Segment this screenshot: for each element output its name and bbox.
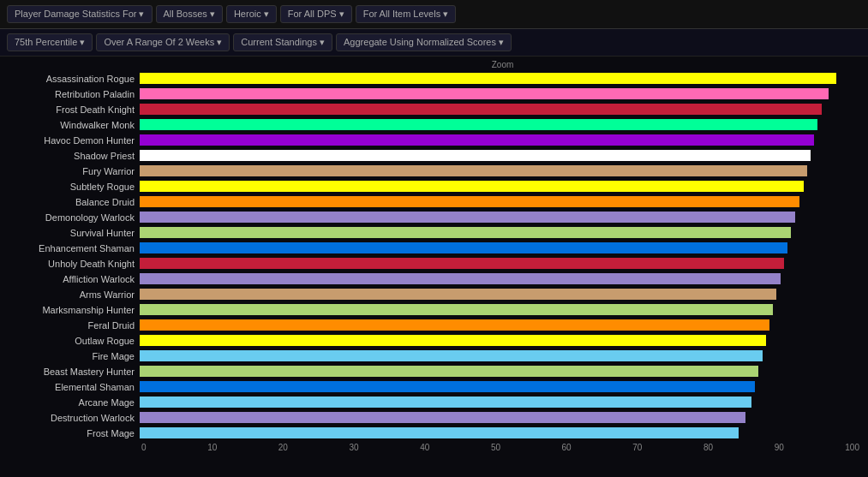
x-axis-tick: 30 [350,443,359,452]
bar-label: Arms Warrior [7,289,140,300]
bar-wrap [140,289,861,300]
bar-row: Subtlety Rogue [7,179,861,194]
bar-row: Survival Hunter [7,225,861,240]
bar-wrap [140,242,861,253]
bar [140,412,745,423]
player-damage-btn[interactable]: Player Damage Statistics For ▾ [7,5,153,23]
bar [140,181,804,192]
bar-wrap [140,335,861,346]
bar-wrap [140,397,861,408]
bar-label: Feral Druid [7,320,140,331]
bar-label: Beast Mastery Hunter [7,367,140,377]
bar-label: Fire Mage [7,351,140,361]
bar-row: Balance Druid [7,194,861,209]
bar-row: Windwalker Monk [7,117,861,132]
x-axis: 0102030405060708090100 [140,443,861,452]
bar-wrap [140,350,861,361]
bar-row: Havoc Demon Hunter [7,133,861,147]
bar-row: Demonology Warlock [7,210,861,224]
bar-row: Unholy Death Knight [7,256,861,271]
bar [140,427,739,438]
bar [140,73,836,84]
bar [140,366,758,377]
bar [140,335,766,346]
bar-row: Destruction Warlock [7,410,861,425]
bar-wrap [140,104,861,115]
bar-wrap [140,165,861,176]
bar-row: Frost Mage [7,426,861,440]
chart-area: Zoom Assassination RogueRetribution Pala… [0,57,868,459]
bar-row: Fury Warrior [7,164,861,178]
bar-wrap [140,181,861,192]
top-bar: Player Damage Statistics For ▾All Bosses… [0,0,868,29]
bar [140,227,791,238]
bar-label: Balance Druid [7,197,140,207]
bar [140,119,817,130]
bar-label: Demonology Warlock [7,212,140,223]
bar-row: Beast Mastery Hunter [7,364,861,379]
bar-label: Enhancement Shaman [7,243,140,253]
second-bar: 75th Percentile ▾Over A Range Of 2 Weeks… [0,29,868,57]
bar-wrap [140,258,861,269]
bar-row: Arms Warrior [7,287,861,301]
bar-wrap [140,227,861,238]
bar-wrap [140,88,861,99]
bar-wrap [140,150,861,161]
bar-label: Destruction Warlock [7,413,140,423]
bar [140,88,829,99]
bar-row: Outlaw Rogue [7,333,861,348]
x-axis-tick: 10 [207,443,217,452]
bar-label: Havoc Demon Hunter [7,135,140,146]
bar-label: Survival Hunter [7,228,140,238]
bar [140,258,784,269]
percentile-btn[interactable]: 75th Percentile ▾ [7,33,93,51]
bar [140,104,822,115]
bar-row: Marksmanship Hunter [7,302,861,317]
bar-wrap [140,134,861,146]
bar-row: Shadow Priest [7,148,861,163]
bar-wrap [140,212,861,223]
bar-wrap [140,427,861,438]
bar-row: Arcane Mage [7,395,861,409]
x-axis-tick: 40 [420,443,429,452]
x-axis-tick: 50 [491,443,500,452]
bar [140,319,769,331]
bar-row: Fire Mage [7,349,861,363]
bar [140,165,807,176]
aggregate-btn[interactable]: Aggregate Using Normalized Scores ▾ [336,33,512,51]
x-axis-tick: 100 [845,443,859,452]
bar [140,350,763,361]
bar-label: Retribution Paladin [7,89,140,99]
bar [140,196,799,207]
all-bosses-btn[interactable]: All Bosses ▾ [156,5,223,23]
range-btn[interactable]: Over A Range Of 2 Weeks ▾ [96,33,230,51]
for-all-item-levels-btn[interactable]: For All Item Levels ▾ [356,5,457,23]
bar-label: Arcane Mage [7,397,140,408]
bar-label: Windwalker Monk [7,120,140,130]
bar [140,150,811,161]
bar [140,212,795,223]
bar-label: Shadow Priest [7,151,140,161]
bar [140,273,781,284]
bar-row: Assassination Rogue [7,71,861,86]
bar-row: Frost Death Knight [7,102,861,116]
bar-row: Retribution Paladin [7,86,861,101]
bar-label: Subtlety Rogue [7,182,140,192]
heroic-btn[interactable]: Heroic ▾ [226,5,277,23]
bar-wrap [140,412,861,423]
bar-label: Marksmanship Hunter [7,305,140,315]
x-axis-area: 0102030405060708090100 [7,443,861,452]
bars-container: Assassination RogueRetribution PaladinFr… [7,71,861,441]
standings-btn[interactable]: Current Standings ▾ [233,33,332,51]
bar-wrap [140,319,861,331]
bar [140,304,773,315]
bar-label: Affliction Warlock [7,274,140,284]
bar-wrap [140,304,861,315]
for-all-dps-btn[interactable]: For All DPS ▾ [280,5,352,23]
bar-label: Fury Warrior [7,166,140,176]
bar-label: Unholy Death Knight [7,259,140,269]
bar-row: Affliction Warlock [7,271,861,286]
x-axis-tick: 20 [278,443,288,452]
bar-row: Feral Druid [7,318,861,332]
x-axis-tick: 80 [703,443,713,452]
